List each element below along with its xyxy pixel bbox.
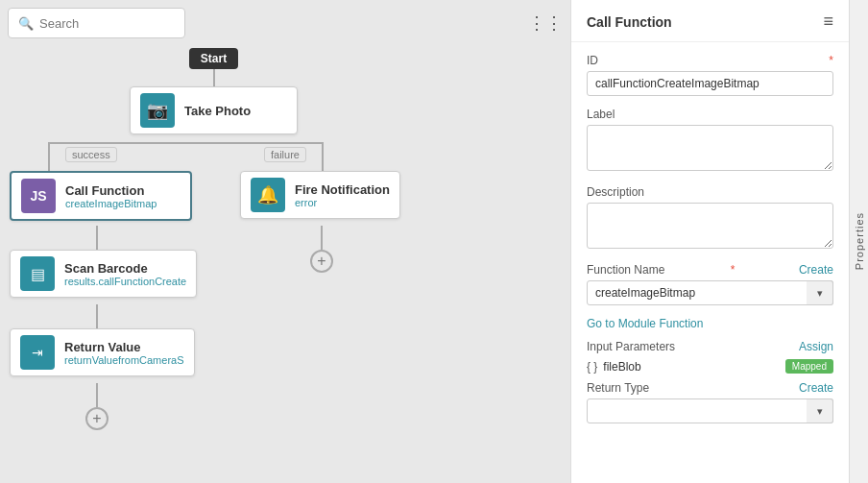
fire-notification-title: Fire Notification	[295, 182, 390, 197]
take-photo-icon: 📷	[140, 93, 175, 128]
return-value-sub: returnValuefromCameraS	[64, 354, 184, 366]
start-node: Start	[189, 48, 238, 69]
call-function-title: Call Function	[65, 183, 157, 198]
label-textarea[interactable]	[587, 125, 833, 171]
search-box[interactable]: 🔍	[8, 8, 185, 38]
hierarchy-icon[interactable]: ⋮⋮	[528, 12, 563, 34]
function-name-select-wrapper: createImageBitmap ▾	[587, 280, 833, 305]
param-badge: Mapped	[785, 359, 833, 374]
side-tab[interactable]: Properties	[849, 0, 868, 483]
description-field-group: Description	[587, 185, 833, 252]
label-label: Label	[587, 108, 615, 121]
function-name-label: Function Name	[587, 263, 664, 277]
id-field-group: ID *	[587, 54, 833, 96]
return-value-node[interactable]: ⇥ Return Value returnValuefromCameraS	[10, 328, 195, 376]
canvas-area: 🔍 ⋮⋮ Start 📷 Take Photo success fai	[0, 0, 570, 483]
toolbar: 🔍 ⋮⋮	[8, 8, 563, 38]
take-photo-title: Take Photo	[184, 104, 251, 118]
call-function-sub: createImageBitmap	[65, 198, 157, 209]
panel-menu-icon[interactable]: ≡	[823, 12, 833, 32]
call-function-node[interactable]: JS Call Function createImageBitmap	[10, 171, 192, 221]
scan-barcode-sub: results.callFunctionCreate	[64, 276, 186, 287]
search-icon: 🔍	[18, 16, 34, 31]
side-tab-label: Properties	[854, 212, 865, 270]
return-type-field-group: Return Type Create ▾	[587, 381, 833, 423]
right-panel: Call Function ≡ ID * Label Description	[570, 0, 849, 483]
return-value-title: Return Value	[64, 340, 184, 354]
input-parameters-label: Input Parameters	[587, 340, 675, 353]
return-type-label: Return Type	[587, 381, 649, 395]
return-type-select-wrapper: ▾	[587, 398, 833, 423]
take-photo-node[interactable]: 📷 Take Photo	[130, 86, 298, 134]
return-type-select[interactable]	[587, 398, 833, 423]
fire-notification-icon: 🔔	[251, 178, 285, 212]
panel-title: Call Function	[587, 14, 672, 30]
panel-header: Call Function ≡	[571, 0, 849, 42]
panel-body: ID * Label Description Function Name * C…	[571, 42, 849, 483]
search-input[interactable]	[39, 16, 175, 31]
add-btn-bottom[interactable]: +	[85, 407, 108, 430]
return-value-icon: ⇥	[20, 335, 55, 370]
success-label: success	[65, 147, 117, 162]
fire-notification-node[interactable]: 🔔 Fire Notification error	[240, 171, 400, 219]
input-params-row: Input Parameters Assign	[587, 340, 833, 353]
return-type-create-link[interactable]: Create	[799, 381, 833, 395]
fire-notification-sub: error	[295, 197, 390, 208]
param-item: { } fileBlob Mapped	[587, 359, 833, 374]
function-name-field-group: Function Name * Create createImageBitmap…	[587, 263, 833, 305]
function-name-create-link[interactable]: Create	[799, 263, 833, 277]
scan-barcode-icon: ▤	[20, 256, 55, 291]
call-function-icon: JS	[21, 179, 56, 213]
function-name-select[interactable]: createImageBitmap	[587, 280, 833, 305]
assign-link[interactable]: Assign	[799, 340, 833, 353]
go-to-module-function-link[interactable]: Go to Module Function	[587, 317, 833, 330]
description-label: Description	[587, 185, 644, 199]
id-input[interactable]	[587, 71, 833, 96]
scan-barcode-title: Scan Barcode	[64, 261, 186, 276]
scan-barcode-node[interactable]: ▤ Scan Barcode results.callFunctionCreat…	[10, 250, 197, 298]
failure-label: failure	[264, 147, 306, 162]
param-braces: { }	[587, 360, 597, 374]
id-label: ID *	[587, 54, 833, 67]
label-field-group: Label	[587, 108, 833, 174]
add-btn-right[interactable]: +	[310, 250, 333, 273]
param-name: fileBlob	[603, 360, 780, 374]
description-textarea[interactable]	[587, 203, 833, 249]
